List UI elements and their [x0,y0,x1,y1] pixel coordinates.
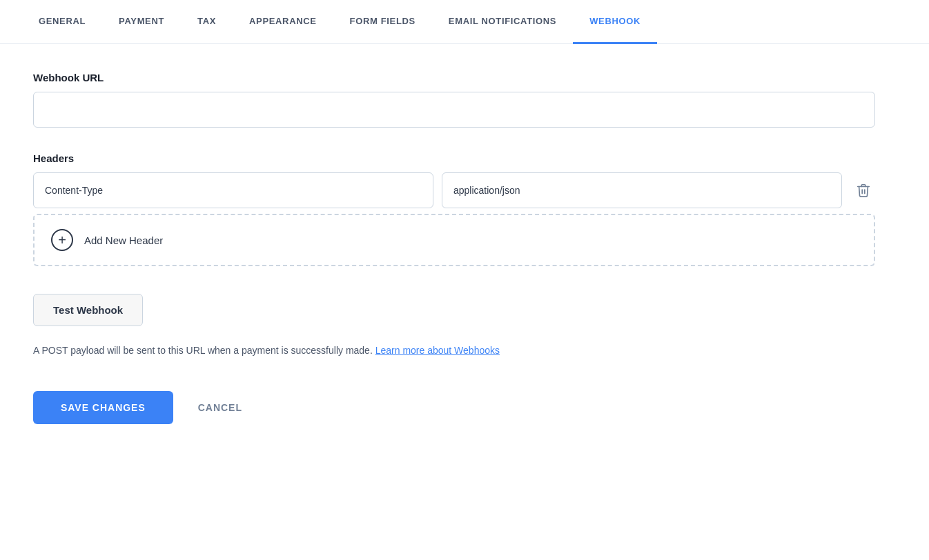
add-header-box[interactable]: + Add New Header [33,214,875,266]
header-row [33,172,896,208]
webhook-url-section: Webhook URL [33,72,896,128]
headers-section: Headers + Add New Header [33,152,896,266]
tab-email-notifications[interactable]: EMAIL NOTIFICATIONS [432,0,573,44]
plus-symbol: + [58,233,66,247]
webhook-url-input[interactable] [33,92,875,128]
actions-row: SAVE CHANGES CANCEL [33,391,896,424]
webhook-url-label: Webhook URL [33,72,896,83]
tab-tax[interactable]: TAX [181,0,233,44]
tab-appearance[interactable]: APPEARANCE [233,0,333,44]
save-changes-button[interactable]: SAVE CHANGES [33,391,173,424]
header-value-input[interactable] [442,172,842,208]
add-header-label: Add New Header [84,234,163,246]
top-navigation: GENERAL PAYMENT TAX APPEARANCE FORM FIEL… [0,0,929,44]
test-webhook-button[interactable]: Test Webhook [33,294,143,326]
content-area: Webhook URL Headers + Add [0,44,929,560]
tab-form-fields[interactable]: FORM FIELDS [333,0,432,44]
info-text: A POST payload will be sent to this URL … [33,343,896,358]
trash-icon [856,183,871,198]
headers-label: Headers [33,152,896,164]
plus-circle-icon: + [51,229,73,251]
tab-payment[interactable]: PAYMENT [102,0,181,44]
cancel-button[interactable]: CANCEL [190,391,251,424]
tab-webhook[interactable]: WEBHOOK [573,0,657,44]
delete-header-button[interactable] [850,177,877,203]
header-key-input[interactable] [33,172,433,208]
learn-more-link[interactable]: Learn more about Webhooks [375,345,500,356]
tab-general[interactable]: GENERAL [22,0,102,44]
info-text-content: A POST payload will be sent to this URL … [33,345,373,356]
